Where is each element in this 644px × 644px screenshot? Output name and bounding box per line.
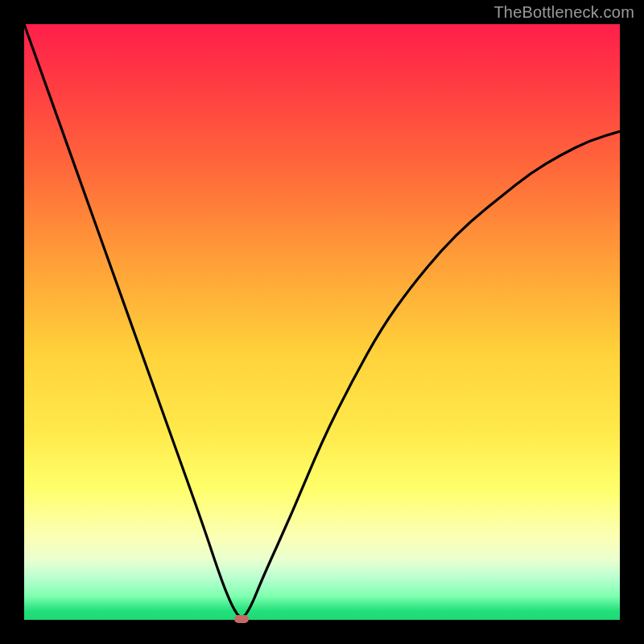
watermark-text: TheBottleneck.com xyxy=(493,3,634,22)
chart-frame: TheBottleneck.com xyxy=(0,0,644,644)
minimum-marker xyxy=(234,615,249,623)
plot-area xyxy=(24,24,620,620)
bottleneck-curve xyxy=(24,24,620,620)
